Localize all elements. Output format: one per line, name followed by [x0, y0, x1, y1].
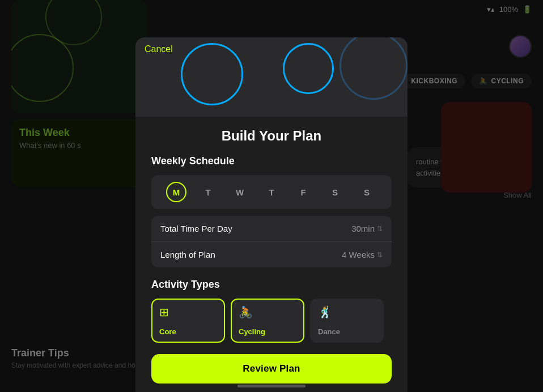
total-time-row[interactable]: Total Time Per Day 30min ⇅ [151, 216, 392, 242]
dance-activity-card[interactable]: 🕺 Dance [310, 299, 384, 343]
day-wednesday-label: W [236, 188, 244, 197]
day-wednesday[interactable]: W [230, 182, 250, 202]
schedule-options: Total Time Per Day 30min ⇅ Length of Pla… [151, 216, 392, 267]
modal-body: Build Your Plan Weekly Schedule M T W T [135, 117, 408, 392]
dance-icon: 🕺 [318, 305, 376, 319]
core-icon: ⊞ [159, 305, 217, 319]
modal-title: Build Your Plan [151, 128, 392, 144]
modal-overlay: Cancel Build Your Plan Weekly Schedule M… [0, 0, 543, 392]
days-row: M T W T F S S [151, 175, 392, 209]
activity-types-grid: ⊞ Core 🚴 Cycling 🕺 Dance [151, 299, 392, 343]
cancel-button[interactable]: Cancel [145, 44, 173, 54]
day-monday[interactable]: M [166, 182, 186, 202]
total-time-label: Total Time Per Day [160, 224, 232, 233]
total-time-chevron: ⇅ [377, 225, 383, 233]
weekly-schedule-title: Weekly Schedule [151, 155, 392, 167]
length-chevron: ⇅ [377, 251, 383, 259]
day-saturday[interactable]: S [325, 182, 345, 202]
length-of-plan-row[interactable]: Length of Plan 4 Weeks ⇅ [151, 242, 392, 267]
home-indicator [237, 385, 306, 387]
core-activity-card[interactable]: ⊞ Core [151, 299, 225, 343]
review-plan-button[interactable]: Review Plan [151, 354, 392, 384]
modal-circle-3 [340, 37, 408, 100]
cycling-activity-card[interactable]: 🚴 Cycling [231, 299, 304, 343]
cycling-label: Cycling [239, 327, 296, 336]
day-thursday-label: T [269, 188, 274, 197]
day-sunday-label: S [364, 188, 370, 197]
total-time-value: 30min ⇅ [351, 224, 383, 233]
day-thursday[interactable]: T [261, 182, 282, 202]
day-friday[interactable]: F [293, 182, 313, 202]
day-friday-label: F [300, 188, 306, 197]
modal-top-bg [135, 37, 408, 117]
modal-circle-1 [181, 43, 243, 105]
modal-circle-2 [283, 43, 334, 94]
cycling-icon: 🚴 [239, 305, 296, 319]
day-tuesday-label: T [205, 188, 210, 197]
core-label: Core [159, 327, 217, 336]
day-monday-label: M [173, 188, 180, 197]
length-value: 4 Weeks ⇅ [342, 250, 383, 259]
build-plan-modal: Cancel Build Your Plan Weekly Schedule M… [135, 37, 408, 392]
activity-types-title: Activity Types [151, 279, 392, 291]
dance-label: Dance [318, 327, 376, 336]
length-label: Length of Plan [160, 250, 215, 259]
length-val: 4 Weeks [342, 250, 375, 259]
total-time-val: 30min [351, 224, 375, 233]
day-tuesday[interactable]: T [198, 182, 218, 202]
day-sunday[interactable]: S [357, 182, 377, 202]
day-saturday-label: S [332, 188, 338, 197]
